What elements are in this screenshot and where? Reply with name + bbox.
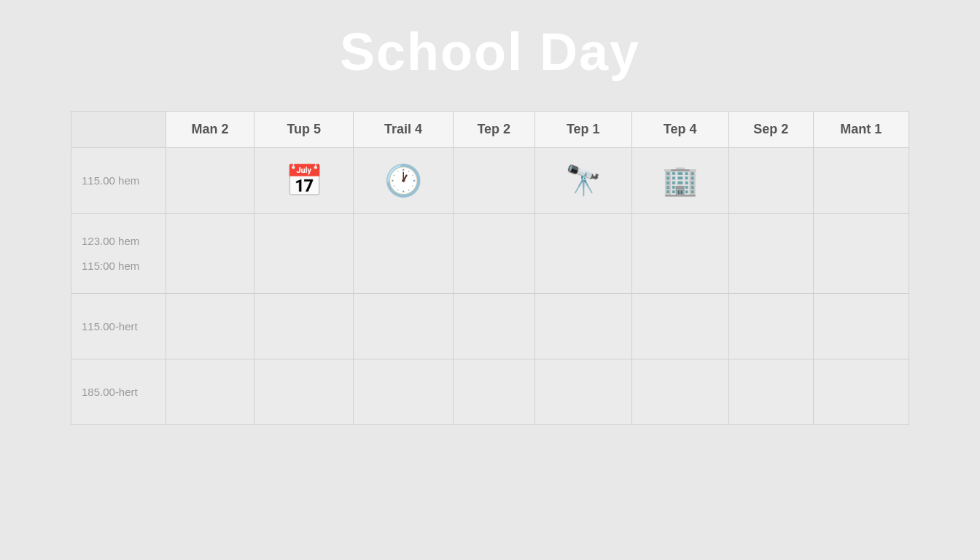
header-col-2: Trail 4	[354, 112, 453, 148]
cell-r2-c4	[534, 294, 631, 359]
table-row: 115.00 hem📅🕐🔭🏢	[71, 148, 909, 214]
cell-r0-c7	[813, 148, 909, 214]
cell-r0-c4: 🔭	[534, 148, 631, 214]
header-col-0: Man 2	[166, 112, 254, 148]
table-row: 115.00-hert	[71, 294, 909, 359]
cell-r2-c5	[631, 294, 728, 359]
table-row: 123.00 hem 115:00 hem	[71, 214, 909, 294]
cell-r0-c0	[166, 148, 254, 214]
header-col-6: Sep 2	[728, 112, 813, 148]
header-col-3: Tep 2	[453, 112, 534, 148]
cell-r2-c2	[354, 294, 453, 359]
cell-r1-c3	[453, 214, 534, 294]
cell-r1-c7	[813, 214, 909, 294]
building-icon: 🏢	[662, 164, 699, 196]
time-cell-2: 115.00-hert	[71, 294, 166, 359]
header-col-5: Tep 4	[631, 112, 728, 148]
cell-r0-c3	[453, 148, 534, 214]
cell-r1-c2	[354, 214, 453, 294]
cell-r0-c5: 🏢	[631, 148, 728, 214]
cell-r3-c7	[813, 359, 909, 425]
cell-r3-c2	[354, 359, 453, 425]
cell-r3-c4	[534, 359, 631, 425]
cell-r1-c4	[534, 214, 631, 294]
calendar-icon: 📅	[285, 163, 323, 198]
header-col-1: Tup 5	[254, 112, 354, 148]
cell-r1-c6	[728, 214, 813, 294]
cell-r2-c0	[166, 294, 254, 359]
header-col-7: Mant 1	[813, 112, 909, 148]
time-cell-1: 123.00 hem 115:00 hem	[71, 214, 166, 294]
cell-r3-c6	[728, 359, 813, 425]
cell-r2-c6	[728, 294, 813, 359]
page-title: School Day	[340, 22, 640, 82]
header-col-4: Tep 1	[534, 112, 631, 148]
cell-r3-c3	[453, 359, 534, 425]
globe-icon: 🔭	[565, 164, 602, 196]
time-cell-0: 115.00 hem	[71, 148, 166, 214]
cell-r2-c3	[453, 294, 534, 359]
cell-r2-c7	[813, 294, 909, 359]
cell-r2-c1	[254, 294, 354, 359]
schedule-table: Man 2Tup 5Trail 4Tep 2Tep 1Tep 4Sep 2Man…	[71, 111, 909, 425]
cell-r1-c5	[631, 214, 728, 294]
cell-r3-c1	[254, 359, 354, 425]
table-header-row: Man 2Tup 5Trail 4Tep 2Tep 1Tep 4Sep 2Man…	[71, 112, 909, 148]
schedule-table-wrapper: Man 2Tup 5Trail 4Tep 2Tep 1Tep 4Sep 2Man…	[71, 111, 909, 425]
header-time-empty	[71, 112, 166, 148]
time-cell-3: 185.00-hert	[71, 359, 166, 425]
cell-r1-c0	[166, 214, 254, 294]
cell-r0-c1: 📅	[254, 148, 354, 214]
cell-r3-c0	[166, 359, 254, 425]
cell-r0-c6	[728, 148, 813, 214]
clock-icon: 🕐	[384, 163, 422, 198]
table-row: 185.00-hert	[71, 359, 909, 425]
cell-r0-c2: 🕐	[354, 148, 453, 214]
cell-r3-c5	[631, 359, 728, 425]
cell-r1-c1	[254, 214, 354, 294]
